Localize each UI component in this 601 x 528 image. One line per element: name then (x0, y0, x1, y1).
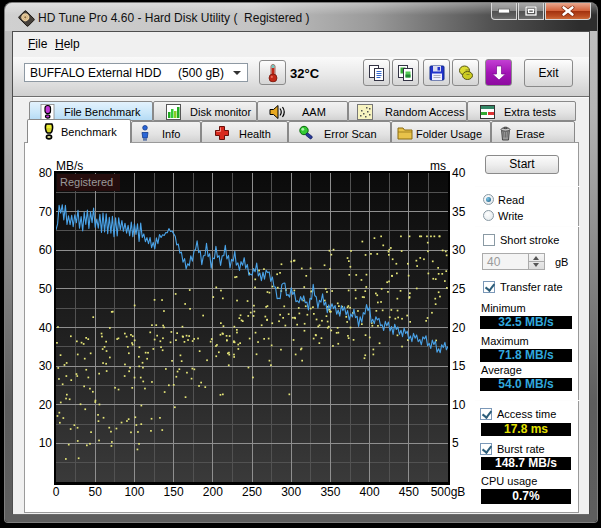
svg-text:250: 250 (242, 485, 262, 499)
svg-text:100: 100 (124, 485, 144, 499)
svg-text:20: 20 (39, 398, 53, 412)
svg-text:450: 450 (399, 485, 419, 499)
svg-text:35: 35 (452, 205, 466, 219)
svg-text:500gB: 500gB (431, 485, 466, 499)
svg-text:20: 20 (452, 321, 466, 335)
svg-text:300: 300 (281, 485, 301, 499)
svg-text:350: 350 (320, 485, 340, 499)
svg-text:10: 10 (39, 436, 53, 450)
svg-text:40: 40 (452, 166, 466, 180)
svg-text:15: 15 (452, 359, 466, 373)
svg-text:5: 5 (452, 436, 459, 450)
svg-text:150: 150 (164, 485, 184, 499)
svg-text:40: 40 (39, 321, 53, 335)
svg-text:ms: ms (430, 159, 446, 173)
svg-text:0: 0 (53, 485, 60, 499)
svg-text:Registered: Registered (60, 176, 113, 188)
svg-text:70: 70 (39, 205, 53, 219)
svg-text:50: 50 (89, 485, 103, 499)
svg-text:30: 30 (452, 243, 466, 257)
svg-text:25: 25 (452, 282, 466, 296)
svg-text:MB/s: MB/s (56, 159, 83, 173)
svg-text:10: 10 (452, 398, 466, 412)
svg-text:200: 200 (203, 485, 223, 499)
svg-text:60: 60 (39, 243, 53, 257)
svg-text:80: 80 (39, 166, 53, 180)
svg-text:400: 400 (360, 485, 380, 499)
svg-text:50: 50 (39, 282, 53, 296)
svg-text:30: 30 (39, 359, 53, 373)
